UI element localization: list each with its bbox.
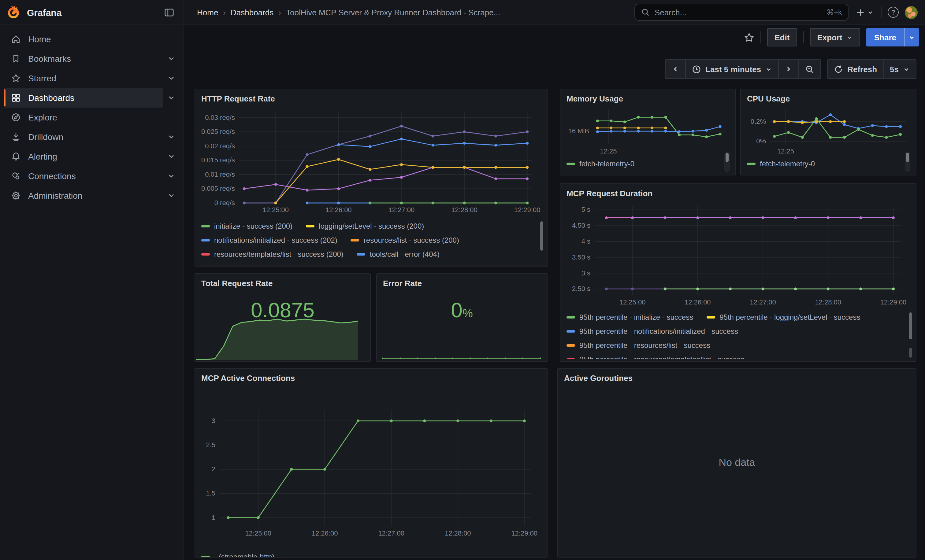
- divider: [761, 31, 761, 44]
- apps-icon: [11, 93, 21, 103]
- cpu-usage-chart[interactable]: 0%0.2%12:25: [744, 103, 911, 156]
- legend-item[interactable]: 95th percentile - logging/setLevel - suc…: [707, 313, 860, 321]
- drilldown-icon: [11, 132, 21, 142]
- legend-item[interactable]: unknown - success (200): [414, 264, 508, 265]
- sidebar-item-label: Bookmarks: [28, 54, 71, 64]
- legend-color-chip: [201, 555, 210, 557]
- memory-usage-chart[interactable]: 16 MiB12:25: [564, 103, 731, 156]
- legend-label: logging/setLevel - success (200): [319, 222, 424, 230]
- zoom-out-button[interactable]: [798, 60, 820, 78]
- svg-text:12:25:00: 12:25:00: [619, 298, 646, 306]
- refresh-interval-picker[interactable]: 5s: [883, 60, 916, 78]
- svg-text:12:28:00: 12:28:00: [445, 530, 471, 537]
- legend-label: fetch-telemetry-0: [760, 159, 815, 168]
- legend-scrollbar[interactable]: [724, 152, 730, 172]
- chevron-down-icon[interactable]: [163, 186, 180, 206]
- sidebar-toggle-icon[interactable]: [161, 4, 177, 20]
- svg-text:12:27:00: 12:27:00: [750, 298, 776, 306]
- legend-item[interactable]: tools/call - success (200): [201, 264, 295, 265]
- avatar[interactable]: [905, 6, 917, 19]
- legend-scrollbar[interactable]: [905, 152, 910, 172]
- legend-label: 95th percentile - resources/templates/li…: [579, 355, 744, 359]
- legend-scrollbar[interactable]: [540, 221, 543, 251]
- breadcrumb-item[interactable]: Dashboards: [230, 8, 273, 17]
- chevron-down-icon[interactable]: [163, 166, 180, 186]
- spacer: [163, 29, 180, 49]
- grafana-logo-icon[interactable]: [6, 5, 21, 20]
- breadcrumb: Home›Dashboards›ToolHive MCP Server & Pr…: [184, 8, 634, 17]
- breadcrumb-item[interactable]: Home: [197, 8, 218, 17]
- refresh-button[interactable]: Refresh: [828, 60, 883, 78]
- svg-text:2: 2: [212, 465, 215, 473]
- mcp-request-duration-chart[interactable]: 2.50 s3 s3.50 s4 s4.50 s5 s12:25:0012:26…: [565, 201, 912, 309]
- sidebar-item-drilldown[interactable]: Drilldown: [4, 127, 163, 147]
- chevron-down-icon: [765, 66, 772, 72]
- legend: 95th percentile - initialize - success95…: [566, 310, 905, 359]
- legend-item[interactable]: resources/list - success (200): [351, 236, 459, 244]
- svg-text:2.5: 2.5: [206, 441, 215, 449]
- legend-scrollbar-end[interactable]: [909, 348, 912, 357]
- legend: fetch-telemetry-0: [747, 156, 895, 171]
- http-request-rate-chart[interactable]: 0 req/s0.005 req/s0.01 req/s0.015 req/s0…: [199, 108, 542, 216]
- sidebar-item-bookmarks[interactable]: Bookmarks: [4, 49, 163, 69]
- svg-text:12:29:00: 12:29:00: [514, 206, 541, 214]
- panel-title[interactable]: Error Rate: [377, 274, 547, 292]
- chevron-down-icon[interactable]: [163, 88, 180, 108]
- mcp-active-connections-chart[interactable]: 11.522.5312:25:0012:26:0012:27:0012:28:0…: [199, 398, 542, 548]
- search-placeholder: Search...: [655, 8, 822, 17]
- sidebar-item-connections[interactable]: Connections: [4, 166, 163, 186]
- legend-item[interactable]: tools/list - success (200): [308, 264, 400, 265]
- legend-item[interactable]: - (streamable-http): [201, 552, 274, 557]
- chevron-down-icon[interactable]: [163, 127, 180, 147]
- sidebar-item-home[interactable]: Home: [4, 29, 163, 49]
- svg-text:12:25: 12:25: [777, 147, 794, 155]
- help-icon[interactable]: ?: [888, 7, 899, 18]
- time-forward-button[interactable]: [778, 60, 798, 78]
- legend-item[interactable]: initialize - success (200): [201, 222, 292, 230]
- legend-item[interactable]: fetch-telemetry-0: [566, 159, 634, 168]
- legend-item[interactable]: logging/setLevel - success (200): [306, 222, 424, 230]
- breadcrumb-separator-icon: ›: [223, 8, 226, 17]
- legend-label: resources/list - success (200): [364, 236, 459, 244]
- add-button[interactable]: [855, 6, 875, 18]
- time-range-picker[interactable]: Last 5 minutes: [685, 60, 778, 78]
- chevron-down-icon[interactable]: [163, 69, 180, 88]
- chevron-down-icon[interactable]: [163, 147, 180, 166]
- legend-item[interactable]: 95th percentile - initialize - success: [566, 313, 693, 321]
- panel-title[interactable]: HTTP Request Rate: [195, 89, 547, 108]
- panel-title[interactable]: Total Request Rate: [195, 274, 370, 292]
- favorite-star-icon[interactable]: [744, 32, 754, 42]
- plus-icon: [856, 8, 865, 17]
- legend-item[interactable]: fetch-telemetry-0: [747, 159, 815, 168]
- edit-button[interactable]: Edit: [767, 28, 797, 47]
- svg-text:12:28:00: 12:28:00: [815, 298, 841, 306]
- plug-icon: [11, 171, 21, 181]
- share-menu-button[interactable]: [904, 28, 919, 47]
- time-back-button[interactable]: [666, 60, 685, 78]
- svg-text:2.50 s: 2.50 s: [572, 285, 591, 293]
- sidebar: HomeBookmarksStarredDashboardsExploreDri…: [0, 24, 184, 560]
- sidebar-item-label: Home: [28, 34, 51, 44]
- search-input[interactable]: Search... ⌘+k: [634, 4, 848, 21]
- legend-scrollbar[interactable]: [909, 312, 912, 339]
- sidebar-item-dashboards[interactable]: Dashboards: [4, 88, 163, 108]
- legend-item[interactable]: notifications/initialized - success (202…: [201, 236, 337, 244]
- chevron-down-icon[interactable]: [163, 49, 180, 69]
- sidebar-item-administration[interactable]: Administration: [4, 186, 163, 206]
- panel-title[interactable]: MCP Active Connections: [195, 369, 547, 387]
- sidebar-item-starred[interactable]: Starred: [4, 69, 163, 88]
- legend-item[interactable]: 95th percentile - resources/templates/li…: [566, 355, 744, 359]
- sidebar-item-alerting[interactable]: Alerting: [4, 147, 163, 166]
- legend-item[interactable]: resources/templates/list - success (200): [201, 250, 343, 258]
- export-button[interactable]: Export: [810, 28, 860, 47]
- share-button[interactable]: Share: [866, 28, 904, 47]
- brand-title: Grafana: [27, 7, 155, 17]
- panel-error-rate: Error Rate 0%: [376, 273, 548, 362]
- sidebar-item-explore[interactable]: Explore: [4, 108, 163, 127]
- legend-item[interactable]: 95th percentile - notifications/initiali…: [566, 327, 738, 335]
- legend-item[interactable]: 95th percentile - resources/list - succe…: [566, 341, 710, 349]
- legend-item[interactable]: tools/call - error (404): [357, 250, 440, 258]
- legend-label: initialize - success (200): [214, 222, 292, 230]
- chevron-right-icon: [785, 65, 792, 73]
- panel-title[interactable]: MCP Request Duration: [560, 184, 916, 203]
